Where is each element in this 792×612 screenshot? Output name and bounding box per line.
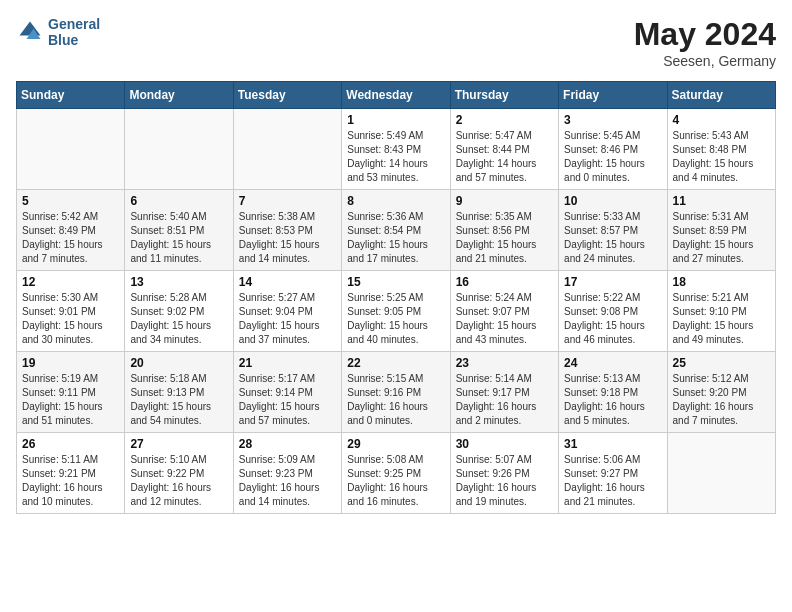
- day-number: 2: [456, 113, 553, 127]
- calendar-cell: 6Sunrise: 5:40 AM Sunset: 8:51 PM Daylig…: [125, 190, 233, 271]
- day-info: Sunrise: 5:12 AM Sunset: 9:20 PM Dayligh…: [673, 372, 770, 428]
- day-number: 30: [456, 437, 553, 451]
- weekday-header-wednesday: Wednesday: [342, 82, 450, 109]
- calendar-cell: 5Sunrise: 5:42 AM Sunset: 8:49 PM Daylig…: [17, 190, 125, 271]
- calendar-cell: 9Sunrise: 5:35 AM Sunset: 8:56 PM Daylig…: [450, 190, 558, 271]
- day-info: Sunrise: 5:19 AM Sunset: 9:11 PM Dayligh…: [22, 372, 119, 428]
- day-info: Sunrise: 5:09 AM Sunset: 9:23 PM Dayligh…: [239, 453, 336, 509]
- calendar-cell: 28Sunrise: 5:09 AM Sunset: 9:23 PM Dayli…: [233, 433, 341, 514]
- day-number: 29: [347, 437, 444, 451]
- calendar-cell: 10Sunrise: 5:33 AM Sunset: 8:57 PM Dayli…: [559, 190, 667, 271]
- day-info: Sunrise: 5:30 AM Sunset: 9:01 PM Dayligh…: [22, 291, 119, 347]
- day-number: 18: [673, 275, 770, 289]
- day-info: Sunrise: 5:43 AM Sunset: 8:48 PM Dayligh…: [673, 129, 770, 185]
- month-year: May 2024: [634, 16, 776, 53]
- calendar-cell: 25Sunrise: 5:12 AM Sunset: 9:20 PM Dayli…: [667, 352, 775, 433]
- day-number: 21: [239, 356, 336, 370]
- calendar-cell: 2Sunrise: 5:47 AM Sunset: 8:44 PM Daylig…: [450, 109, 558, 190]
- calendar-week-4: 19Sunrise: 5:19 AM Sunset: 9:11 PM Dayli…: [17, 352, 776, 433]
- day-info: Sunrise: 5:25 AM Sunset: 9:05 PM Dayligh…: [347, 291, 444, 347]
- logo: General Blue: [16, 16, 100, 48]
- calendar-table: SundayMondayTuesdayWednesdayThursdayFrid…: [16, 81, 776, 514]
- calendar-week-5: 26Sunrise: 5:11 AM Sunset: 9:21 PM Dayli…: [17, 433, 776, 514]
- calendar-cell: [17, 109, 125, 190]
- day-info: Sunrise: 5:08 AM Sunset: 9:25 PM Dayligh…: [347, 453, 444, 509]
- calendar-cell: 30Sunrise: 5:07 AM Sunset: 9:26 PM Dayli…: [450, 433, 558, 514]
- day-number: 17: [564, 275, 661, 289]
- calendar-cell: 8Sunrise: 5:36 AM Sunset: 8:54 PM Daylig…: [342, 190, 450, 271]
- day-number: 25: [673, 356, 770, 370]
- day-info: Sunrise: 5:13 AM Sunset: 9:18 PM Dayligh…: [564, 372, 661, 428]
- day-number: 12: [22, 275, 119, 289]
- calendar-cell: [125, 109, 233, 190]
- day-info: Sunrise: 5:24 AM Sunset: 9:07 PM Dayligh…: [456, 291, 553, 347]
- calendar-cell: 1Sunrise: 5:49 AM Sunset: 8:43 PM Daylig…: [342, 109, 450, 190]
- day-number: 22: [347, 356, 444, 370]
- calendar-cell: [667, 433, 775, 514]
- svg-marker-0: [20, 22, 41, 36]
- day-info: Sunrise: 5:38 AM Sunset: 8:53 PM Dayligh…: [239, 210, 336, 266]
- weekday-header-friday: Friday: [559, 82, 667, 109]
- calendar-cell: 22Sunrise: 5:15 AM Sunset: 9:16 PM Dayli…: [342, 352, 450, 433]
- day-number: 27: [130, 437, 227, 451]
- day-number: 4: [673, 113, 770, 127]
- day-info: Sunrise: 5:14 AM Sunset: 9:17 PM Dayligh…: [456, 372, 553, 428]
- logo-text: General Blue: [48, 16, 100, 48]
- day-number: 13: [130, 275, 227, 289]
- calendar-cell: 31Sunrise: 5:06 AM Sunset: 9:27 PM Dayli…: [559, 433, 667, 514]
- day-info: Sunrise: 5:22 AM Sunset: 9:08 PM Dayligh…: [564, 291, 661, 347]
- weekday-header-thursday: Thursday: [450, 82, 558, 109]
- day-number: 10: [564, 194, 661, 208]
- title-block: May 2024 Seesen, Germany: [634, 16, 776, 69]
- calendar-cell: 14Sunrise: 5:27 AM Sunset: 9:04 PM Dayli…: [233, 271, 341, 352]
- calendar-cell: 7Sunrise: 5:38 AM Sunset: 8:53 PM Daylig…: [233, 190, 341, 271]
- calendar-cell: 23Sunrise: 5:14 AM Sunset: 9:17 PM Dayli…: [450, 352, 558, 433]
- day-info: Sunrise: 5:07 AM Sunset: 9:26 PM Dayligh…: [456, 453, 553, 509]
- day-info: Sunrise: 5:49 AM Sunset: 8:43 PM Dayligh…: [347, 129, 444, 185]
- day-number: 8: [347, 194, 444, 208]
- weekday-header-monday: Monday: [125, 82, 233, 109]
- day-info: Sunrise: 5:40 AM Sunset: 8:51 PM Dayligh…: [130, 210, 227, 266]
- day-info: Sunrise: 5:31 AM Sunset: 8:59 PM Dayligh…: [673, 210, 770, 266]
- calendar-cell: [233, 109, 341, 190]
- day-number: 20: [130, 356, 227, 370]
- calendar-cell: 19Sunrise: 5:19 AM Sunset: 9:11 PM Dayli…: [17, 352, 125, 433]
- day-number: 15: [347, 275, 444, 289]
- calendar-cell: 16Sunrise: 5:24 AM Sunset: 9:07 PM Dayli…: [450, 271, 558, 352]
- day-info: Sunrise: 5:06 AM Sunset: 9:27 PM Dayligh…: [564, 453, 661, 509]
- day-number: 5: [22, 194, 119, 208]
- day-number: 23: [456, 356, 553, 370]
- day-info: Sunrise: 5:35 AM Sunset: 8:56 PM Dayligh…: [456, 210, 553, 266]
- calendar-week-1: 1Sunrise: 5:49 AM Sunset: 8:43 PM Daylig…: [17, 109, 776, 190]
- day-number: 11: [673, 194, 770, 208]
- day-number: 9: [456, 194, 553, 208]
- calendar-cell: 3Sunrise: 5:45 AM Sunset: 8:46 PM Daylig…: [559, 109, 667, 190]
- weekday-header-row: SundayMondayTuesdayWednesdayThursdayFrid…: [17, 82, 776, 109]
- calendar-week-3: 12Sunrise: 5:30 AM Sunset: 9:01 PM Dayli…: [17, 271, 776, 352]
- day-info: Sunrise: 5:42 AM Sunset: 8:49 PM Dayligh…: [22, 210, 119, 266]
- day-info: Sunrise: 5:47 AM Sunset: 8:44 PM Dayligh…: [456, 129, 553, 185]
- calendar-cell: 15Sunrise: 5:25 AM Sunset: 9:05 PM Dayli…: [342, 271, 450, 352]
- calendar-cell: 29Sunrise: 5:08 AM Sunset: 9:25 PM Dayli…: [342, 433, 450, 514]
- logo-icon: [16, 18, 44, 46]
- day-info: Sunrise: 5:45 AM Sunset: 8:46 PM Dayligh…: [564, 129, 661, 185]
- day-number: 19: [22, 356, 119, 370]
- calendar-cell: 13Sunrise: 5:28 AM Sunset: 9:02 PM Dayli…: [125, 271, 233, 352]
- calendar-cell: 27Sunrise: 5:10 AM Sunset: 9:22 PM Dayli…: [125, 433, 233, 514]
- weekday-header-tuesday: Tuesday: [233, 82, 341, 109]
- day-info: Sunrise: 5:10 AM Sunset: 9:22 PM Dayligh…: [130, 453, 227, 509]
- day-number: 7: [239, 194, 336, 208]
- day-number: 14: [239, 275, 336, 289]
- page-header: General Blue May 2024 Seesen, Germany: [16, 16, 776, 69]
- calendar-cell: 12Sunrise: 5:30 AM Sunset: 9:01 PM Dayli…: [17, 271, 125, 352]
- calendar-cell: 20Sunrise: 5:18 AM Sunset: 9:13 PM Dayli…: [125, 352, 233, 433]
- day-info: Sunrise: 5:28 AM Sunset: 9:02 PM Dayligh…: [130, 291, 227, 347]
- day-info: Sunrise: 5:36 AM Sunset: 8:54 PM Dayligh…: [347, 210, 444, 266]
- calendar-week-2: 5Sunrise: 5:42 AM Sunset: 8:49 PM Daylig…: [17, 190, 776, 271]
- calendar-cell: 24Sunrise: 5:13 AM Sunset: 9:18 PM Dayli…: [559, 352, 667, 433]
- calendar-cell: 11Sunrise: 5:31 AM Sunset: 8:59 PM Dayli…: [667, 190, 775, 271]
- calendar-cell: 4Sunrise: 5:43 AM Sunset: 8:48 PM Daylig…: [667, 109, 775, 190]
- calendar-cell: 21Sunrise: 5:17 AM Sunset: 9:14 PM Dayli…: [233, 352, 341, 433]
- day-number: 3: [564, 113, 661, 127]
- location: Seesen, Germany: [634, 53, 776, 69]
